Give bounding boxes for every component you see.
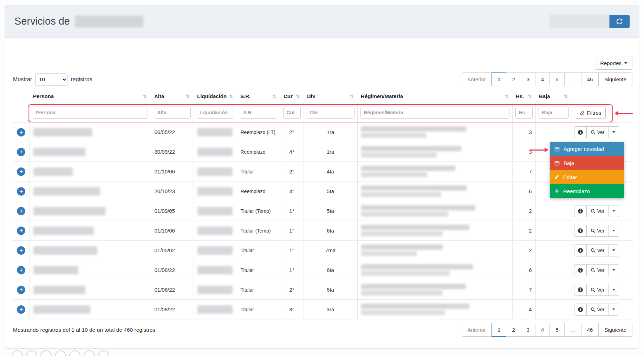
expand-row-button[interactable]: + <box>17 207 25 215</box>
ver-button[interactable]: Ver <box>586 264 609 276</box>
filter-input-cur[interactable] <box>283 107 301 119</box>
info-button[interactable] <box>574 264 587 276</box>
cropped-toolbar-button[interactable] <box>84 350 95 356</box>
cropped-toolbar-button[interactable] <box>26 350 37 356</box>
row-menu-button[interactable] <box>609 244 619 256</box>
row-menu-button[interactable] <box>609 126 619 138</box>
reportes-button[interactable]: Reportes <box>595 57 632 70</box>
cell-liquidacion <box>194 182 237 201</box>
row-menu-button[interactable] <box>609 304 619 316</box>
row-menu-button[interactable] <box>609 284 619 296</box>
magnifier-icon <box>591 307 596 312</box>
cell-div: 4ta <box>304 162 357 182</box>
column-header-actions <box>572 89 633 103</box>
cropped-toolbar-button[interactable] <box>69 350 80 356</box>
menu-item-reemplazo[interactable]: Reemplazo <box>550 184 624 198</box>
pagination-page-1[interactable]: 1 <box>492 72 506 86</box>
column-header-r-gimen-materia[interactable]: Régimen/Materia⇅ <box>357 89 512 103</box>
pagination-page-5[interactable]: 5 <box>549 72 564 86</box>
cropped-toolbar-button[interactable] <box>98 350 109 356</box>
expand-row-button[interactable]: + <box>17 227 25 235</box>
filter-input-persona[interactable] <box>33 107 148 119</box>
cropped-toolbar-button[interactable] <box>55 350 66 356</box>
ver-button[interactable]: Ver <box>586 225 609 237</box>
cell-sr: Titular <box>237 280 280 300</box>
cell-hs: 2 <box>512 221 535 241</box>
expand-row-button[interactable]: + <box>17 128 25 136</box>
header-right-group <box>549 15 630 28</box>
column-header-persona[interactable]: Persona⇅ <box>30 89 151 103</box>
pagination-previous[interactable]: Anterior <box>462 323 492 337</box>
info-button[interactable] <box>574 304 587 316</box>
redacted-persona <box>33 286 85 294</box>
cropped-toolbar-button[interactable] <box>12 350 23 356</box>
ver-button[interactable]: Ver <box>586 284 609 296</box>
menu-item-label: Baja <box>564 160 574 166</box>
pagination-page-4[interactable]: 4 <box>535 323 550 337</box>
filter-cell <box>194 103 237 122</box>
menu-item-editar[interactable]: Editar <box>550 170 624 184</box>
redacted-header-input[interactable] <box>549 15 609 28</box>
refresh-button[interactable] <box>609 15 630 28</box>
info-button[interactable] <box>574 244 587 256</box>
column-header-div[interactable]: Div⇅ <box>304 89 357 103</box>
column-header-alta[interactable]: Alta⇅ <box>151 89 194 103</box>
cell-actions: Ver <box>572 260 633 280</box>
pagination-page-46[interactable]: 46 <box>581 72 599 86</box>
row-menu-button[interactable] <box>609 205 619 217</box>
expand-row-button[interactable]: + <box>17 167 25 176</box>
filter-input-liquidaci-n[interactable] <box>197 107 234 119</box>
pagination-previous[interactable]: Anterior <box>462 72 492 86</box>
info-button[interactable] <box>574 284 587 296</box>
ver-button[interactable]: Ver <box>586 205 609 217</box>
services-table: Persona⇅Alta⇅Liquidación⇅S.R.⇅Cur⇅Div⇅Ré… <box>13 89 633 319</box>
filter-input-hs[interactable] <box>515 107 533 119</box>
pagination-page-2[interactable]: 2 <box>506 72 521 86</box>
expand-row-button[interactable]: + <box>17 305 25 314</box>
pagination-page-2[interactable]: 2 <box>506 323 521 337</box>
pagination-page-3[interactable]: 3 <box>521 72 535 86</box>
row-menu-button[interactable] <box>609 225 619 237</box>
page-length-select[interactable]: 10 <box>35 74 67 85</box>
pagination-next[interactable]: Siguiente <box>598 323 632 337</box>
pagination-page-4[interactable]: 4 <box>535 72 550 86</box>
expand-row-button[interactable]: + <box>17 286 25 294</box>
info-button[interactable] <box>574 205 587 217</box>
pagination-page-3[interactable]: 3 <box>521 323 535 337</box>
pagination-page-5[interactable]: 5 <box>549 323 564 337</box>
ver-button[interactable]: Ver <box>586 304 609 316</box>
cell-sr: Titular <box>237 300 280 319</box>
pagination-ellipsis[interactable]: … <box>564 72 581 86</box>
expand-row-button[interactable]: + <box>17 246 25 255</box>
pagination-next[interactable]: Siguiente <box>598 72 632 86</box>
filter-input-s-r[interactable] <box>240 107 277 119</box>
cropped-toolbar-button[interactable] <box>40 350 52 356</box>
cell-sr: Titular <box>237 162 280 182</box>
expand-row-button[interactable]: + <box>17 148 25 156</box>
filter-input-alta[interactable] <box>154 107 191 119</box>
info-button[interactable] <box>574 126 587 138</box>
expand-row-button[interactable]: + <box>17 187 25 196</box>
sort-icon: ⇅ <box>271 94 277 99</box>
pagination-ellipsis[interactable]: … <box>564 323 581 337</box>
column-header-liquidaci-n[interactable]: Liquidación⇅ <box>194 89 237 103</box>
filter-input-baja[interactable] <box>539 107 569 119</box>
column-header-hs[interactable]: Hs.⇅ <box>512 89 535 103</box>
column-header-baja[interactable]: Baja⇅ <box>535 89 572 103</box>
column-header-s-r[interactable]: S.R.⇅ <box>237 89 280 103</box>
column-header-cur[interactable]: Cur⇅ <box>280 89 304 103</box>
info-button[interactable] <box>574 225 587 237</box>
row-menu-button[interactable] <box>609 264 619 276</box>
pagination-page-46[interactable]: 46 <box>581 323 599 337</box>
ver-button[interactable]: Ver <box>586 244 609 256</box>
filter-input-r-gimen-materia[interactable] <box>360 107 509 119</box>
filter-input-div[interactable] <box>307 107 354 119</box>
sort-icon: ⇅ <box>562 94 568 99</box>
menu-item-baja[interactable]: Baja <box>550 156 624 170</box>
filtros-button[interactable]: Filtros <box>575 107 606 119</box>
menu-item-agregar-novedad[interactable]: Agregar novedad <box>550 142 624 156</box>
pagination-page-1[interactable]: 1 <box>492 323 506 337</box>
expand-row-button[interactable]: + <box>17 266 25 274</box>
redacted-regimen <box>361 302 509 317</box>
ver-button[interactable]: Ver <box>586 126 609 138</box>
